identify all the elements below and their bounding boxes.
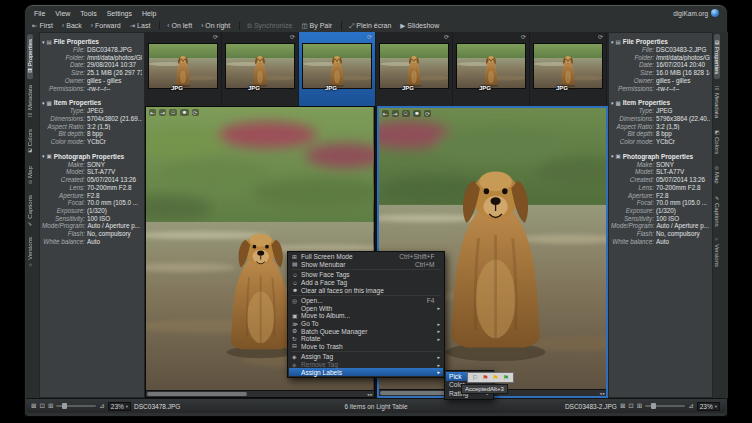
context-menu-item[interactable]: ◈ Assign Tag ▸ (289, 353, 443, 361)
pane-overlay-icon[interactable]: ☻ (180, 109, 188, 116)
spin-arrow-icon[interactable]: ▾ (126, 404, 128, 409)
context-menu-item[interactable]: Assign Labels ▸ (289, 368, 443, 376)
toolbar-button[interactable]: ‹ Back (58, 21, 86, 30)
pane-overlay-icon[interactable]: ⇥ (159, 109, 166, 116)
menubar-item[interactable]: Help (142, 10, 156, 17)
statusbar-zoom-icon[interactable]: ⊞ (637, 402, 642, 410)
toolbar-button[interactable]: ◫ By Pair (297, 21, 336, 31)
toolbar-button[interactable]: ⇥ Last (126, 21, 155, 31)
slider-knob[interactable] (62, 403, 67, 409)
property-value: 100 ISO (87, 215, 142, 223)
section-header[interactable]: ▾ ▦ Item Properties (609, 97, 712, 107)
thumbnail-image (302, 43, 372, 89)
left-pane-hscrollbar[interactable]: ◂▸ (146, 390, 374, 397)
thumbnail[interactable]: ⟳ JPG (453, 32, 530, 106)
property-value: 70.0 mm (105.0 ... (87, 199, 142, 207)
pane-overlay-icon[interactable]: ☺ (402, 110, 410, 117)
toolbar-button[interactable]: ▶ Slideshow (396, 21, 443, 31)
left-sidebar-tab[interactable]: ◩ Colors (27, 124, 33, 159)
statusbar-zoom-icon[interactable]: ⊡ (39, 402, 44, 410)
context-menu-item[interactable]: ◈ Remove Tag ▸ (289, 361, 443, 369)
pane-overlay-icon[interactable]: ☻ (413, 110, 421, 117)
left-zoom-slider[interactable] (56, 405, 96, 407)
left-sidebar-tab[interactable]: ⑂ Versions (27, 232, 33, 272)
left-sidebar-tab[interactable]: ☷ Metadata (27, 80, 33, 123)
thumbnail-sync-icon[interactable]: ⟳ (444, 33, 449, 40)
toolbar-button[interactable]: ⇤ First (28, 21, 57, 31)
toolbar-button[interactable]: ‹ On left (159, 21, 196, 30)
pane-overlay-icon[interactable]: ⇥ (392, 110, 399, 117)
thumbnail-sync-icon[interactable]: ⟳ (521, 33, 526, 40)
menubar-item[interactable]: View (55, 10, 70, 17)
context-menu-item[interactable]: ▣ Move to Album... ▸ (289, 312, 443, 320)
pick-flag-icon[interactable]: ⚑ (493, 374, 499, 381)
thumbnail-sync-icon[interactable]: ⟳ (367, 33, 372, 40)
menubar-item[interactable]: File (34, 10, 45, 17)
statusbar-zoom-icon[interactable]: ⊞ (48, 402, 53, 410)
right-sidebar-tab[interactable]: ⑂ Versions (714, 232, 720, 272)
right-sidebar-tab[interactable]: ✎ Captions (714, 190, 720, 232)
thumbnail[interactable]: ⟳ JPG (376, 32, 453, 106)
toolbar-button[interactable]: ⤢ Plein écran (341, 21, 395, 31)
pane-overlay-icon[interactable]: ⇤ (382, 110, 389, 117)
toolbar-button[interactable]: › On right (197, 21, 234, 30)
left-zoom-spinbox[interactable]: 23% ▾ (108, 402, 131, 411)
slider-knob[interactable] (651, 403, 656, 409)
section-header[interactable]: ▾ ▣ Photograph Properties (40, 151, 144, 161)
right-zoom-slider[interactable] (645, 405, 685, 407)
context-menu-item[interactable]: ◎ Open... F4 ▸ (289, 297, 443, 305)
left-sidebar-tab[interactable]: ✎ Captions (27, 190, 33, 232)
pane-overlay-icon[interactable]: ☺ (169, 109, 177, 116)
toolbar-button[interactable]: › Forward (87, 21, 125, 30)
right-sidebar-tab[interactable]: ☷ Metadata (714, 80, 720, 123)
context-menu-item[interactable]: ≫ Go To ▸ (289, 320, 443, 328)
right-sidebar-tab[interactable]: ▤ Properties (714, 34, 720, 79)
section-header[interactable]: ▾ ▦ Item Properties (40, 97, 144, 107)
pick-flag-icon[interactable]: ⚑ (482, 374, 488, 381)
thumbnail[interactable]: ⟳ JPG (145, 32, 222, 106)
context-menu-item[interactable]: ⊞ Full Screen Mode Ctrl+Shift+F ▸ (289, 253, 443, 261)
menubar-item[interactable]: Tools (80, 10, 96, 17)
context-menu-item[interactable]: ↻ Rotate ▸ (289, 335, 443, 343)
spin-arrow-icon[interactable]: ▾ (715, 404, 717, 409)
thumbnail-sync-icon[interactable]: ⟳ (290, 33, 295, 40)
right-sidebar-tab[interactable]: ◩ Colors (714, 124, 720, 159)
property-label: Model: (611, 168, 656, 176)
pick-flag-icon[interactable]: ⚐ (472, 374, 478, 381)
thumbnail[interactable]: ⟳ JPG (222, 32, 299, 106)
statusbar-zoom-icon[interactable]: ⊠ (620, 402, 625, 410)
property-label: Make: (611, 161, 656, 169)
right-sidebar-tab[interactable]: ⊙ Map (714, 161, 720, 189)
section-header[interactable]: ▾ ▤ File Properties (609, 36, 712, 46)
context-menu-item[interactable]: ▤ Show Menubar Ctrl+M ▸ (289, 261, 443, 269)
hscrollbar-thumb[interactable] (147, 392, 247, 396)
menubar-item[interactable]: Settings (107, 10, 132, 17)
digikam-org-link[interactable]: digiKam.org (673, 7, 719, 19)
context-menu-item[interactable]: ☻ Clear all faces on this image ▸ (289, 286, 443, 294)
toolbar-button[interactable]: ⧉ Synchronize (239, 21, 296, 31)
context-menu-item[interactable]: Open With ▸ (289, 305, 443, 313)
left-sidebar-tab[interactable]: ⊙ Map (27, 161, 33, 189)
right-zoom-spinbox[interactable]: 23% ▾ (697, 402, 720, 411)
zoom-select-icon[interactable]: ⊿ (688, 402, 693, 410)
thumbnail[interactable]: ⟳ JPG (299, 32, 376, 106)
context-menu-item[interactable]: ⊟ Move to Trash ▸ (289, 343, 443, 351)
pick-flag-icon[interactable]: ⚑ (503, 374, 509, 381)
section-header[interactable]: ▾ ▤ File Properties (40, 36, 144, 46)
zoom-select-icon[interactable]: ⊿ (99, 402, 104, 410)
pane-overlay-icon[interactable]: ⇤ (149, 109, 156, 116)
thumbnail-sync-icon[interactable]: ⟳ (598, 33, 603, 40)
hscrollbar-arrows[interactable]: ◂▸ (599, 390, 605, 396)
thumbnail[interactable]: ⟳ JPG (530, 32, 607, 106)
pane-overlay-icon[interactable]: ⟳ (424, 110, 431, 117)
thumbnail-sync-icon[interactable]: ⟳ (213, 33, 218, 40)
context-menu-item[interactable]: ⚙ Batch Queue Manager ▸ (289, 327, 443, 335)
section-header[interactable]: ▾ ▣ Photograph Properties (609, 151, 712, 161)
statusbar-zoom-icon[interactable]: ⊡ (628, 402, 633, 410)
context-menu-item[interactable]: ☺ Add a Face Tag ▸ (289, 279, 443, 287)
pane-overlay-icon[interactable]: ⟳ (192, 109, 199, 116)
context-menu-item[interactable]: ☺ Show Face Tags ▸ (289, 271, 443, 279)
statusbar-zoom-icon[interactable]: ⊠ (31, 402, 36, 410)
hscrollbar-arrows[interactable]: ◂▸ (367, 391, 373, 397)
left-sidebar-tab[interactable]: ▤ Properties (27, 34, 33, 79)
